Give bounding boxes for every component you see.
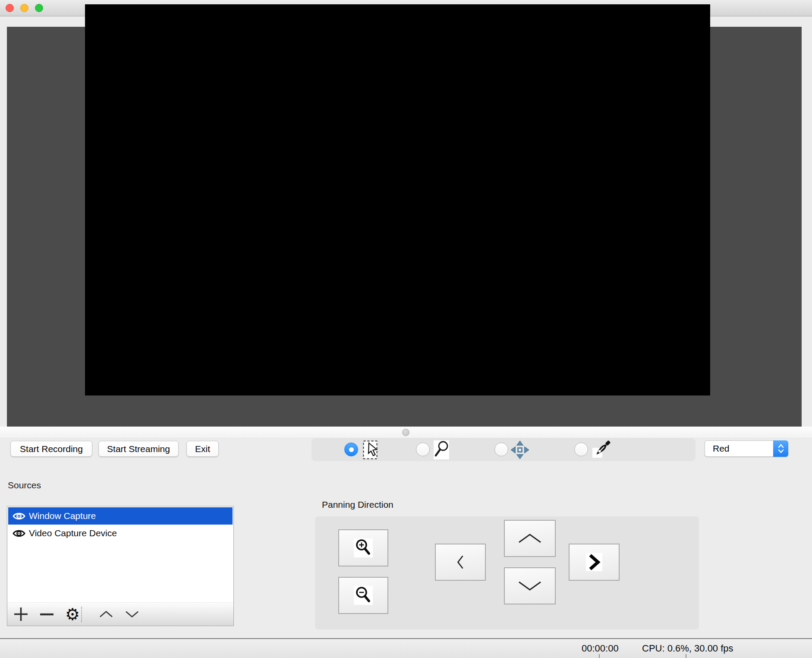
color-select[interactable]: Red [705, 440, 788, 457]
popup-arrows-icon [773, 440, 788, 457]
zoom-in-button[interactable] [338, 529, 388, 566]
cpu-fps-status: CPU: 0.6%, 30.00 fps [642, 639, 733, 658]
add-source-button[interactable] [13, 603, 28, 626]
visibility-eye-icon[interactable] [13, 529, 25, 538]
sources-toolbar: ⚙ [7, 602, 233, 626]
toolbar-separator [81, 607, 83, 622]
radio-magnifier-tool[interactable] [416, 443, 430, 456]
status-bar: 00:00:00 CPU: 0.6%, 30.00 fps [0, 638, 812, 658]
pen-nib-icon [591, 440, 611, 459]
exit-button[interactable]: Exit [186, 441, 219, 457]
recording-time: 00:00:00 [582, 639, 619, 658]
radio-select-tool[interactable] [344, 443, 358, 456]
panning-direction-heading: Panning Direction [322, 500, 393, 510]
start-streaming-button[interactable]: Start Streaming [98, 441, 179, 457]
move-source-down-button[interactable] [124, 603, 140, 626]
tool-selector-panel [312, 438, 696, 461]
select-cursor-icon [363, 440, 383, 459]
radio-pen-tool[interactable] [574, 443, 588, 456]
color-select-value: Red [713, 441, 730, 456]
magnifier-icon [433, 440, 453, 459]
pan-left-button[interactable] [435, 544, 486, 581]
sources-list: Window Capture Video Capture Device [7, 506, 234, 626]
status-separator [599, 654, 600, 658]
zoom-out-button[interactable] [338, 577, 388, 614]
sources-heading: Sources [8, 480, 41, 490]
pan-down-button[interactable] [504, 567, 556, 604]
move-source-up-button[interactable] [98, 603, 114, 626]
video-canvas[interactable] [85, 4, 710, 395]
pan-right-button[interactable] [569, 544, 620, 581]
move-arrows-icon [510, 440, 530, 459]
remove-source-button[interactable] [39, 603, 54, 626]
app-window: DataTV Start Recording Start Streaming E… [0, 0, 812, 658]
source-settings-button[interactable]: ⚙ [64, 603, 81, 626]
source-name: Window Capture [29, 511, 96, 521]
start-recording-button[interactable]: Start Recording [10, 441, 92, 457]
splitter-handle[interactable] [402, 429, 409, 436]
source-name: Video Capture Device [29, 528, 117, 538]
visibility-eye-icon[interactable] [13, 512, 25, 521]
source-row-window-capture[interactable]: Window Capture [8, 507, 233, 525]
source-row-video-capture-device[interactable]: Video Capture Device [8, 525, 233, 542]
pan-up-button[interactable] [504, 520, 556, 557]
radio-move-tool[interactable] [494, 443, 508, 456]
status-separator [686, 654, 686, 658]
